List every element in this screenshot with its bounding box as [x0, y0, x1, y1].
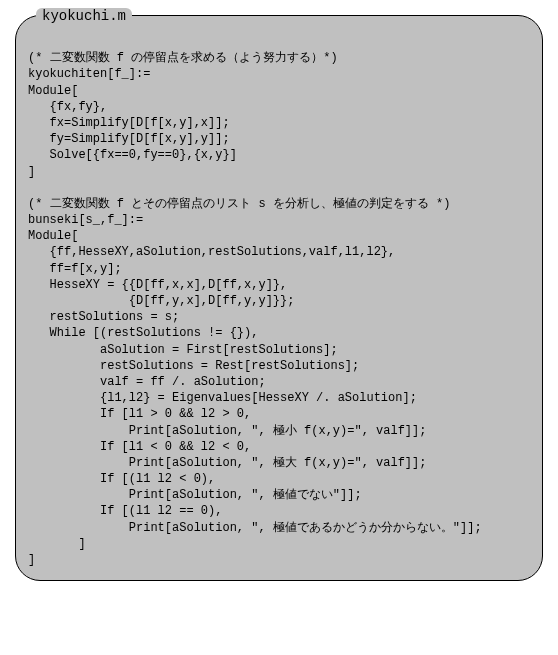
code-content: (* 二変数関数 f の停留点を求める（よう努力する）*) kyokuchite… [28, 34, 530, 568]
code-frame: kyokuchi.m (* 二変数関数 f の停留点を求める（よう努力する）*)… [15, 15, 543, 581]
file-title: kyokuchi.m [36, 8, 132, 24]
